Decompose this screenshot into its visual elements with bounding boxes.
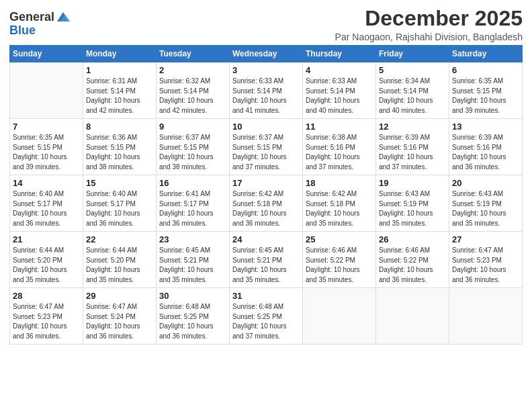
sunrise-29: Sunrise: 6:47 AM xyxy=(86,302,153,312)
calendar-cell-4-4 xyxy=(303,288,376,345)
day-info-27: Sunrise: 6:47 AMSunset: 5:23 PMDaylight:… xyxy=(452,246,519,285)
calendar-cell-0-2: 2Sunrise: 6:32 AMSunset: 5:14 PMDaylight… xyxy=(157,62,230,119)
month-title: December 2025 xyxy=(335,7,523,30)
sunset-8: Sunset: 5:15 PM xyxy=(86,143,153,153)
day-number-3: 3 xyxy=(232,65,300,75)
header-sunday: Sunday xyxy=(10,46,83,62)
sunrise-16: Sunrise: 6:41 AM xyxy=(159,189,226,199)
calendar-cell-4-1: 29Sunrise: 6:47 AMSunset: 5:24 PMDayligh… xyxy=(83,288,157,345)
day-number-17: 17 xyxy=(232,178,300,188)
day-number-31: 31 xyxy=(232,291,300,301)
calendar-cell-1-6: 13Sunrise: 6:39 AMSunset: 5:16 PMDayligh… xyxy=(449,119,523,175)
day-number-13: 13 xyxy=(452,122,519,132)
calendar-cell-2-2: 16Sunrise: 6:41 AMSunset: 5:17 PMDayligh… xyxy=(157,175,230,232)
daylight-10: Daylight: 10 hours and 37 minutes. xyxy=(232,152,300,172)
sunrise-25: Sunrise: 6:46 AM xyxy=(306,246,373,256)
week-row-2: 14Sunrise: 6:40 AMSunset: 5:17 PMDayligh… xyxy=(10,175,523,232)
daylight-26: Daylight: 10 hours and 36 minutes. xyxy=(379,265,446,285)
daylight-27: Daylight: 10 hours and 36 minutes. xyxy=(452,265,519,285)
day-info-24: Sunrise: 6:45 AMSunset: 5:21 PMDaylight:… xyxy=(232,246,300,285)
sunset-2: Sunset: 5:14 PM xyxy=(159,87,226,97)
day-number-4: 4 xyxy=(306,65,373,75)
sunrise-28: Sunrise: 6:47 AM xyxy=(13,302,80,312)
sunrise-18: Sunrise: 6:42 AM xyxy=(306,189,373,199)
sunrise-6: Sunrise: 6:35 AM xyxy=(452,77,519,87)
day-info-16: Sunrise: 6:41 AMSunset: 5:17 PMDaylight:… xyxy=(159,189,226,228)
day-number-24: 24 xyxy=(232,234,300,244)
calendar-cell-1-2: 9Sunrise: 6:37 AMSunset: 5:15 PMDaylight… xyxy=(157,119,230,175)
header-monday: Monday xyxy=(83,46,157,62)
daylight-2: Daylight: 10 hours and 42 minutes. xyxy=(159,96,226,116)
daylight-19: Daylight: 10 hours and 35 minutes. xyxy=(379,209,446,228)
day-number-29: 29 xyxy=(86,291,153,301)
calendar-cell-4-2: 30Sunrise: 6:48 AMSunset: 5:25 PMDayligh… xyxy=(157,288,230,345)
sunrise-19: Sunrise: 6:43 AM xyxy=(379,189,446,199)
calendar-cell-2-3: 17Sunrise: 6:42 AMSunset: 5:18 PMDayligh… xyxy=(230,175,303,232)
sunset-23: Sunset: 5:21 PM xyxy=(159,256,226,266)
logo-icon xyxy=(56,9,71,24)
calendar-cell-2-5: 19Sunrise: 6:43 AMSunset: 5:19 PMDayligh… xyxy=(376,175,449,232)
calendar-cell-3-5: 26Sunrise: 6:46 AMSunset: 5:22 PMDayligh… xyxy=(376,232,449,288)
calendar-cell-2-6: 20Sunrise: 6:43 AMSunset: 5:19 PMDayligh… xyxy=(449,175,523,232)
calendar-cell-2-4: 18Sunrise: 6:42 AMSunset: 5:18 PMDayligh… xyxy=(303,175,376,232)
day-number-16: 16 xyxy=(159,178,226,188)
location-title: Par Naogaon, Rajshahi Division, Banglade… xyxy=(335,32,523,42)
sunrise-24: Sunrise: 6:45 AM xyxy=(232,246,300,256)
sunset-16: Sunset: 5:17 PM xyxy=(159,199,226,210)
day-info-3: Sunrise: 6:33 AMSunset: 5:14 PMDaylight:… xyxy=(232,77,300,116)
sunrise-30: Sunrise: 6:48 AM xyxy=(159,302,226,312)
daylight-1: Daylight: 10 hours and 42 minutes. xyxy=(86,96,153,116)
calendar-cell-1-3: 10Sunrise: 6:37 AMSunset: 5:15 PMDayligh… xyxy=(230,119,303,175)
day-info-10: Sunrise: 6:37 AMSunset: 5:15 PMDaylight:… xyxy=(232,133,300,172)
calendar-cell-3-3: 24Sunrise: 6:45 AMSunset: 5:21 PMDayligh… xyxy=(230,232,303,288)
day-info-15: Sunrise: 6:40 AMSunset: 5:17 PMDaylight:… xyxy=(86,189,153,228)
day-number-22: 22 xyxy=(86,234,153,244)
day-info-8: Sunrise: 6:36 AMSunset: 5:15 PMDaylight:… xyxy=(86,133,153,172)
sunrise-2: Sunrise: 6:32 AM xyxy=(159,77,226,87)
logo-blue: Blue xyxy=(9,24,36,37)
daylight-14: Daylight: 10 hours and 36 minutes. xyxy=(13,209,80,228)
sunrise-9: Sunrise: 6:37 AM xyxy=(159,133,226,143)
day-info-7: Sunrise: 6:35 AMSunset: 5:15 PMDaylight:… xyxy=(13,133,80,172)
calendar-cell-1-5: 12Sunrise: 6:39 AMSunset: 5:16 PMDayligh… xyxy=(376,119,449,175)
day-number-6: 6 xyxy=(452,65,519,75)
sunset-15: Sunset: 5:17 PM xyxy=(86,199,153,210)
day-info-6: Sunrise: 6:35 AMSunset: 5:15 PMDaylight:… xyxy=(452,77,519,116)
day-info-18: Sunrise: 6:42 AMSunset: 5:18 PMDaylight:… xyxy=(306,189,373,228)
title-block: December 2025 Par Naogaon, Rajshahi Divi… xyxy=(335,7,523,42)
sunrise-12: Sunrise: 6:39 AM xyxy=(379,133,446,143)
calendar-header-row: Sunday Monday Tuesday Wednesday Thursday… xyxy=(10,46,523,62)
day-info-19: Sunrise: 6:43 AMSunset: 5:19 PMDaylight:… xyxy=(379,189,446,228)
sunset-11: Sunset: 5:16 PM xyxy=(306,143,373,153)
daylight-21: Daylight: 10 hours and 35 minutes. xyxy=(13,265,80,285)
day-info-1: Sunrise: 6:31 AMSunset: 5:14 PMDaylight:… xyxy=(86,77,153,116)
daylight-6: Daylight: 10 hours and 39 minutes. xyxy=(452,96,519,116)
sunset-9: Sunset: 5:15 PM xyxy=(159,143,226,153)
day-info-14: Sunrise: 6:40 AMSunset: 5:17 PMDaylight:… xyxy=(13,189,80,228)
sunrise-15: Sunrise: 6:40 AM xyxy=(86,189,153,199)
sunset-31: Sunset: 5:25 PM xyxy=(232,312,300,322)
day-number-15: 15 xyxy=(86,178,153,188)
day-number-28: 28 xyxy=(13,291,80,301)
daylight-17: Daylight: 10 hours and 36 minutes. xyxy=(232,209,300,228)
daylight-31: Daylight: 10 hours and 37 minutes. xyxy=(232,322,300,341)
sunrise-10: Sunrise: 6:37 AM xyxy=(232,133,300,143)
daylight-16: Daylight: 10 hours and 36 minutes. xyxy=(159,209,226,228)
daylight-4: Daylight: 10 hours and 40 minutes. xyxy=(306,96,373,116)
daylight-18: Daylight: 10 hours and 35 minutes. xyxy=(306,209,373,228)
daylight-11: Daylight: 10 hours and 37 minutes. xyxy=(306,152,373,172)
calendar-cell-0-1: 1Sunrise: 6:31 AMSunset: 5:14 PMDaylight… xyxy=(83,62,157,119)
day-info-2: Sunrise: 6:32 AMSunset: 5:14 PMDaylight:… xyxy=(159,77,226,116)
daylight-28: Daylight: 10 hours and 36 minutes. xyxy=(13,322,80,341)
sunrise-22: Sunrise: 6:44 AM xyxy=(86,246,153,256)
day-info-26: Sunrise: 6:46 AMSunset: 5:22 PMDaylight:… xyxy=(379,246,446,285)
sunrise-20: Sunrise: 6:43 AM xyxy=(452,189,519,199)
daylight-20: Daylight: 10 hours and 35 minutes. xyxy=(452,209,519,228)
header-saturday: Saturday xyxy=(449,46,523,62)
sunset-1: Sunset: 5:14 PM xyxy=(86,87,153,97)
calendar-cell-2-1: 15Sunrise: 6:40 AMSunset: 5:17 PMDayligh… xyxy=(83,175,157,232)
day-info-28: Sunrise: 6:47 AMSunset: 5:23 PMDaylight:… xyxy=(13,302,80,341)
day-number-18: 18 xyxy=(306,178,373,188)
logo-general: General xyxy=(9,11,54,23)
daylight-15: Daylight: 10 hours and 36 minutes. xyxy=(86,209,153,228)
